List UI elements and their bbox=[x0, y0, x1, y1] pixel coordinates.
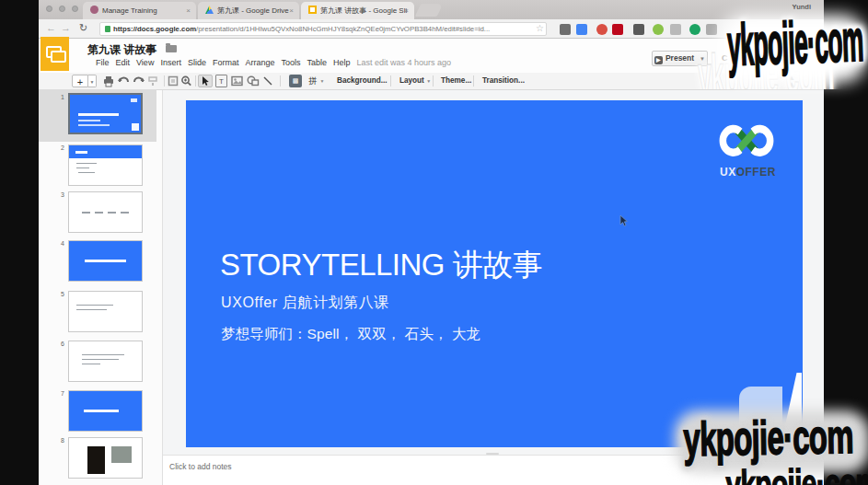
svg-text:UXOFFER: UXOFFER bbox=[720, 166, 776, 179]
